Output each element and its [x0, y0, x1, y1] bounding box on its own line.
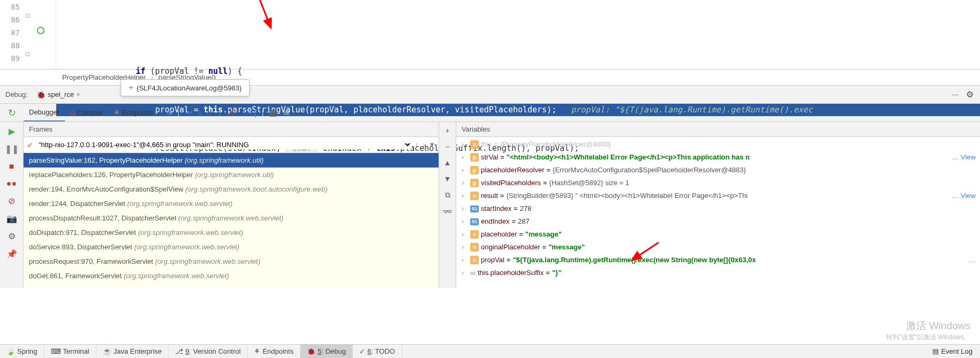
trace-icon[interactable]: ≋ — [283, 107, 290, 118]
je-icon: ☕ — [103, 347, 111, 355]
expand-icon[interactable]: › — [462, 189, 468, 202]
inline-value-popup[interactable]: + {SLF4JLocationAwareLog@5983} — [120, 79, 250, 96]
thread-select[interactable]: "http-nio-127.0.0.1-9091-exec-1"@4,665 i… — [36, 140, 412, 149]
variables-header: Variables — [456, 122, 980, 137]
expand-icon[interactable]: › — [462, 177, 468, 189]
force-step-into-icon[interactable]: ↓ — [207, 108, 212, 118]
status-item-vc[interactable]: ⎇9: Version Control — [169, 345, 247, 358]
plus-icon: + — [129, 83, 133, 93]
field-badge-icon: ∞ — [470, 266, 476, 279]
event-log-button[interactable]: ▤ Event Log — [932, 347, 980, 355]
resume-icon[interactable]: ▶ — [9, 126, 15, 136]
debug-tool-window-header: Debug: 🐞 spel_rce × + {SLF4JLocationAwar… — [0, 86, 980, 104]
editor-gutter[interactable] — [24, 0, 56, 69]
tab-endpoints[interactable]: ⚘Endpoints — [108, 104, 159, 121]
prev-frame-icon[interactable]: ↑ — [415, 141, 419, 149]
variable-row[interactable]: ›≡ propVal = "${T(java.lang.Runtime).get… — [456, 254, 980, 266]
view-link[interactable]: … View — [952, 151, 976, 164]
up-icon[interactable]: ▲ — [444, 158, 451, 167]
frame-item[interactable]: doGet:861, FrameworkServlet (org.springf… — [24, 269, 439, 283]
variable-row[interactable]: ›p placeholderResolver = {ErrorMvcAutoCo… — [456, 164, 980, 177]
run-to-cursor-icon[interactable] — [37, 27, 44, 34]
expand-icon[interactable]: › — [462, 151, 468, 164]
next-frame-icon[interactable]: ↓ — [422, 141, 426, 149]
glasses-icon[interactable]: 👓 — [443, 207, 452, 216]
variable-row[interactable]: ›≡ this = {PropertyPlaceholderHelper@488… — [456, 138, 980, 151]
code-lines[interactable]: if (propVal != null) { propVal = this.pa… — [56, 0, 980, 69]
stop-icon[interactable]: ■ — [9, 162, 14, 171]
view-link[interactable]: … View — [952, 189, 976, 202]
frame-item[interactable]: render:194, ErrorMvcAutoConfiguration$Sp… — [24, 182, 439, 196]
show-execution-point-icon[interactable]: ≡ — [167, 108, 172, 118]
variable-row[interactable]: ›p strVal = "<html><body><h1>Whitelabel … — [456, 151, 980, 164]
pause-icon[interactable]: ❚❚ — [5, 144, 19, 154]
tab-debugger[interactable]: Debugger — [24, 104, 65, 121]
fold-icon[interactable] — [26, 14, 29, 18]
step-into-icon[interactable]: ↓ — [198, 108, 202, 118]
add-watch-icon[interactable]: + — [445, 126, 449, 135]
remove-watch-icon[interactable]: − — [445, 142, 449, 151]
frame-item[interactable]: processDispatchResult:1027, DispatcherSe… — [24, 211, 439, 225]
frames-list[interactable]: parseStringValue:162, PropertyPlaceholde… — [24, 153, 439, 288]
frame-item[interactable]: parseStringValue:162, PropertyPlaceholde… — [24, 153, 439, 167]
view-breakpoints-icon[interactable]: ●● — [6, 179, 17, 188]
red-arrow-annotation-icon — [627, 240, 664, 266]
pin-icon[interactable]: 📌 — [6, 249, 17, 259]
svg-line-3 — [632, 242, 659, 260]
step-over-icon[interactable]: ⤻ — [185, 107, 192, 118]
variable-row[interactable]: ›01 endIndex = 287 — [456, 215, 980, 228]
tab-console[interactable]: ⧉Console — [65, 104, 108, 121]
status-item-todo[interactable]: ✓6: TODO — [353, 345, 402, 358]
code-editor[interactable]: 85 86 87 88 89 if (propVal != null) { pr… — [0, 0, 980, 70]
rerun-icon[interactable]: ↻ — [8, 107, 16, 119]
step-out-icon[interactable]: ↑ — [217, 108, 222, 118]
fold-icon[interactable] — [26, 52, 29, 56]
expand-icon[interactable]: › — [462, 241, 468, 254]
windows-activation-watermark: 激活 Windows 转到"设置"以激活 Windows。 — [886, 319, 970, 342]
view-link[interactable]: … — [969, 254, 976, 266]
frame-item[interactable]: doDispatch:971, DispatcherServlet (org.s… — [24, 225, 439, 240]
local-badge-icon: ≡ — [470, 230, 479, 239]
param-badge-icon: p — [470, 166, 479, 174]
primitive-badge-icon: 01 — [470, 205, 479, 212]
expand-icon[interactable]: › — [462, 215, 468, 228]
term-icon: ⌨ — [51, 347, 61, 355]
evaluate-expression-icon[interactable]: ▦ — [269, 107, 277, 118]
local-badge-icon: ≡ — [470, 192, 479, 200]
copy-icon[interactable]: ⧉ — [445, 191, 450, 200]
status-item-term[interactable]: ⌨Terminal — [44, 345, 96, 358]
status-item-leaf[interactable]: 🍃Spring — [0, 345, 44, 358]
run-to-cursor-icon[interactable]: →| — [245, 108, 256, 118]
frame-item[interactable]: processRequest:970, FrameworkServlet (or… — [24, 254, 439, 269]
frame-item[interactable]: render:1244, DispatcherServlet (org.spri… — [24, 196, 439, 211]
status-item-je[interactable]: ☕Java Enterprise — [96, 345, 169, 358]
variable-row[interactable]: ›01 startIndex = 278 — [456, 202, 980, 215]
expand-icon[interactable]: › — [462, 138, 468, 151]
filter-icon[interactable]: ▼ — [428, 141, 435, 149]
gear-icon[interactable]: ⚙ — [966, 89, 974, 100]
down-icon[interactable]: ▼ — [444, 174, 451, 183]
expand-icon[interactable]: › — [462, 202, 468, 215]
status-item-bug[interactable]: 🐞5: Debug — [300, 345, 353, 358]
variables-list[interactable]: ›≡ this = {PropertyPlaceholderHelper@488… — [456, 137, 980, 288]
get-thread-dump-icon[interactable]: 📷 — [6, 214, 17, 224]
minimize-icon[interactable]: — — [952, 90, 959, 98]
variable-row[interactable]: ›∞ this.placeholderSuffix = "}" — [456, 266, 980, 279]
drop-frame-icon[interactable]: ✕⁺ — [227, 107, 239, 118]
variable-row[interactable]: ›≡ originalPlaceholder = "message" — [456, 241, 980, 254]
mute-breakpoints-icon[interactable]: ⊘ — [8, 196, 15, 206]
status-item-ep[interactable]: ⚘Endpoints — [247, 345, 300, 358]
event-log-icon: ▤ — [932, 347, 939, 355]
frame-item[interactable]: doService:893, DispatcherServlet (org.sp… — [24, 240, 439, 254]
variable-row[interactable]: ›p visitedPlaceholders = {HashSet@5892} … — [456, 177, 980, 189]
frame-item[interactable]: replacePlaceholders:126, PropertyPlaceho… — [24, 167, 439, 182]
expand-icon[interactable]: › — [462, 254, 468, 266]
settings-icon[interactable]: ⚙ — [8, 231, 16, 241]
run-config-tab[interactable]: 🐞 spel_rce × — [32, 86, 85, 103]
variable-row[interactable]: ›≡ result = {StringBuilder@5893} " <html… — [456, 189, 980, 202]
expand-icon[interactable]: › — [462, 164, 468, 177]
close-icon[interactable]: × — [76, 90, 80, 98]
expand-icon[interactable]: › — [462, 228, 468, 241]
variable-row[interactable]: ›≡ placeholder = "message" — [456, 228, 980, 241]
expand-icon[interactable]: › — [462, 266, 468, 279]
